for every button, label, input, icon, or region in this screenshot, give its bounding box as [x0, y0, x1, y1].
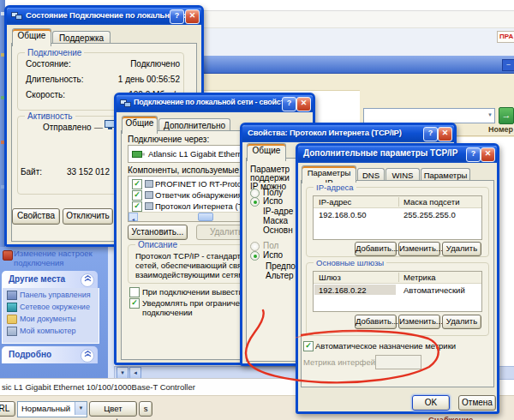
change-settings-link[interactable]: Изменение настроек [14, 249, 93, 258]
radio-dot [254, 201, 257, 204]
component-checkbox[interactable]: ✓ [132, 201, 142, 212]
go-button[interactable]: → [499, 107, 514, 124]
button-label: Изменить... [399, 316, 443, 326]
use-ip-radio[interactable] [250, 197, 260, 207]
list-header: Шлюз Метрика [314, 272, 481, 284]
help-button[interactable]: ? [282, 97, 296, 111]
obtain-dns-label-fragment: Пол [263, 241, 278, 250]
close-icon: ✕ [442, 129, 449, 137]
dropdown-arrow-icon: ▼ [79, 405, 84, 411]
subnet-mask-value[interactable]: 255.255.255.0 [403, 210, 456, 219]
properties-button[interactable]: Свойства [12, 208, 60, 225]
cancel-button[interactable]: Отмена [458, 395, 496, 411]
button-label: OK [425, 398, 437, 407]
help-button[interactable]: ? [423, 127, 438, 141]
close-button[interactable]: ✕ [481, 147, 495, 162]
sidebar-item-my-computer[interactable]: Мой компьютер [20, 327, 76, 335]
top-right-link-box[interactable]: ПРА [497, 31, 514, 43]
check-icon: ✓ [134, 190, 140, 199]
component-checkbox[interactable]: ✓ [132, 190, 142, 201]
install-button[interactable]: Установить... [128, 225, 188, 240]
top-right-link[interactable]: ПРА [499, 33, 513, 40]
description-line: взаимодействующими сетями. [135, 270, 251, 279]
ip-add-button[interactable]: Добавить... [355, 242, 397, 256]
tab-label: Параметры [424, 171, 468, 180]
notify-label-line2: подключении [142, 308, 193, 317]
tab-label: Дополнительно [164, 121, 225, 130]
tab-ip-settings[interactable]: Параметры IP [302, 165, 356, 183]
scroll-left-button[interactable]: ◄ [128, 213, 138, 221]
ip-edit-button[interactable]: Изменить... [398, 242, 440, 256]
scroll-left-button[interactable]: ◂ [129, 367, 141, 379]
dialog-titlebar[interactable]: Состояние Подключение по локальной сети … [7, 8, 201, 25]
disconnect-button[interactable]: Отключить [63, 208, 113, 225]
metric-value[interactable]: Автоматический [403, 285, 465, 295]
collapse-chevron-button[interactable] [81, 273, 94, 287]
check-icon: ✓ [131, 298, 138, 307]
speed-label: Скорость: [26, 90, 65, 99]
state-label: Состояние: [26, 59, 71, 69]
sidebar-item-network-places[interactable]: Сетевое окружение [20, 303, 90, 311]
address-dropdown-arrow-icon[interactable]: ▼ [487, 112, 493, 117]
radio-dot [254, 255, 257, 258]
component-checkbox[interactable]: ✓ [132, 179, 142, 189]
tab-general[interactable]: Общие [12, 28, 51, 46]
dialog-titlebar[interactable]: Свойства: Протокол Интернета (TCP/IP) ? … [242, 125, 454, 142]
scroll-thumb[interactable] [198, 213, 213, 221]
gw-add-button[interactable]: Добавить... [355, 315, 397, 329]
ip-address-value[interactable]: 192.168.0.50 [319, 210, 366, 219]
font-style-dropdown-button[interactable]: ▼ [75, 402, 87, 415]
help-icon: ? [428, 129, 433, 137]
close-icon: ✕ [301, 99, 308, 107]
close-button[interactable]: ✕ [438, 127, 452, 141]
change-settings-link-line2[interactable]: подключения [14, 258, 63, 267]
interface-metric-input[interactable] [375, 355, 421, 369]
help-button[interactable]: ? [466, 147, 481, 162]
notify-checkbox[interactable]: ✓ [129, 298, 140, 309]
other-places-header[interactable]: Другие места [2, 271, 98, 288]
status-text: sic L1 Gigabit Ethernet 10/100/1000Base-… [2, 382, 195, 392]
dialog-titlebar[interactable]: Дополнительные параметры TCP/IP ? ✕ [298, 146, 497, 163]
font-color-button[interactable]: Цвет шрифта [89, 401, 137, 417]
gateway-value[interactable]: 192.168.0.22 [319, 285, 366, 295]
sidebar-item-my-documents[interactable]: Мои документы [20, 315, 76, 323]
tab-general[interactable]: Общие [122, 116, 158, 134]
ip-address-list[interactable]: IP-адрес Маска подсети 192.168.0.50 255.… [313, 195, 482, 240]
ok-button[interactable]: OK [412, 395, 450, 411]
obtain-dns-radio[interactable] [250, 242, 260, 251]
duration-value: 1 день 00:56:52 [101, 75, 180, 84]
button-label: Установить... [132, 227, 184, 237]
gw-edit-button[interactable]: Изменить... [398, 315, 440, 329]
scroll-down-button[interactable]: ▾ [117, 367, 128, 379]
help-icon: ? [287, 99, 292, 107]
show-icon-checkbox[interactable] [129, 287, 140, 297]
close-button[interactable]: ✕ [185, 9, 200, 24]
button-label: Удалить [446, 243, 477, 253]
tab-general[interactable]: Общие [247, 143, 286, 161]
sidebar-item-control-panel[interactable]: Панель управления [20, 291, 91, 299]
ip-remove-button[interactable]: Удалить [442, 242, 481, 256]
connection-icon [11, 11, 22, 21]
dialog-titlebar[interactable]: Подключение по локальной сети - свойства… [117, 95, 313, 112]
close-button[interactable]: ✕ [296, 97, 311, 111]
group-label: Подключение [25, 48, 84, 57]
connection-icon [120, 99, 131, 108]
address-input[interactable]: ▼ [363, 108, 495, 123]
gateway-list[interactable]: Шлюз Метрика 192.168.0.22 Автоматический [313, 271, 482, 312]
scroll-down-icon: ▾ [121, 369, 124, 375]
font-style-select[interactable]: Нормальный ▼ [17, 401, 87, 417]
dialog-advanced-tcpip: Дополнительные параметры TCP/IP ? ✕ Пара… [296, 143, 499, 414]
help-button[interactable]: ? [170, 9, 184, 24]
column-ip: IP-адрес [319, 197, 351, 207]
url-button-fragment[interactable]: RL [0, 401, 15, 417]
collapse-chevron-button[interactable] [81, 349, 94, 363]
auto-metric-checkbox[interactable]: ✓ [303, 341, 314, 351]
background-minimize-button[interactable]: – [502, 59, 514, 71]
h-scrollbar-track-right[interactable] [499, 366, 514, 380]
small-s-button[interactable]: s [139, 401, 152, 417]
details-header[interactable]: Подробно [2, 346, 98, 363]
gw-remove-button[interactable]: Удалить [442, 315, 481, 329]
list-header: IP-адрес Маска подсети [314, 196, 481, 208]
column-metric: Метрика [403, 273, 436, 282]
use-dns-radio[interactable] [250, 251, 260, 261]
